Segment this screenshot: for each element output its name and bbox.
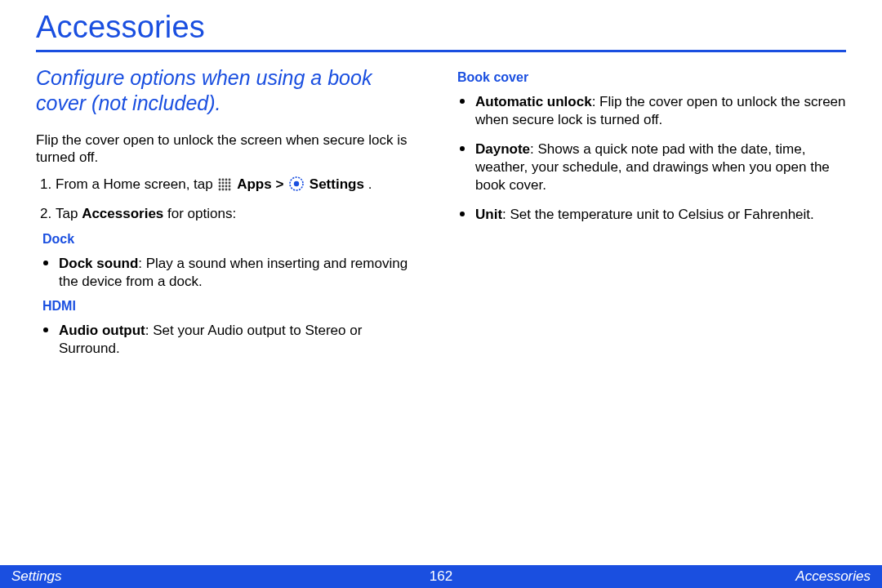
svg-point-17 bbox=[294, 181, 299, 186]
step-1: From a Home screen, tap Apps > bbox=[56, 176, 425, 197]
step-1-prefix: From a Home screen, tap bbox=[56, 176, 216, 192]
hdmi-heading: HDMI bbox=[42, 299, 425, 314]
bookcover-list: Automatic unlock: Flip the cover open to… bbox=[457, 90, 846, 225]
step-2: Tap Accessories for options: bbox=[56, 205, 425, 224]
svg-point-5 bbox=[222, 182, 225, 185]
hdmi-list: Audio output: Set your Audio output to S… bbox=[36, 318, 425, 358]
bookcover-heading: Book cover bbox=[457, 70, 846, 85]
lead-paragraph: Flip the cover open to unlock the screen… bbox=[36, 131, 425, 167]
step-2-bold: Accessories bbox=[82, 206, 163, 221]
svg-point-9 bbox=[222, 185, 225, 188]
footer-right: Accessories bbox=[795, 568, 871, 585]
svg-point-1 bbox=[222, 179, 225, 181]
svg-point-10 bbox=[225, 185, 228, 188]
svg-point-6 bbox=[225, 182, 228, 185]
unit-text: : Set the temperature unit to Celsius or… bbox=[502, 207, 814, 222]
step-2-prefix: Tap bbox=[56, 206, 82, 221]
apps-grid-icon bbox=[218, 178, 231, 197]
svg-point-2 bbox=[225, 179, 228, 181]
unit-label: Unit bbox=[475, 207, 502, 222]
svg-point-4 bbox=[219, 182, 221, 185]
columns: Configure options when using a book cove… bbox=[36, 65, 846, 366]
dock-sound-item: Dock sound: Play a sound when inserting … bbox=[59, 252, 425, 291]
svg-point-11 bbox=[229, 185, 231, 188]
page-title: Accessories bbox=[36, 10, 846, 45]
footer-page-number: 162 bbox=[430, 568, 452, 585]
audio-output-label: Audio output bbox=[59, 323, 145, 338]
audio-output-item: Audio output: Set your Audio output to S… bbox=[59, 318, 425, 358]
step-1-apps: Apps bbox=[237, 176, 272, 192]
svg-point-13 bbox=[222, 189, 225, 191]
title-rule bbox=[36, 50, 846, 52]
dock-list: Dock sound: Play a sound when inserting … bbox=[36, 252, 425, 291]
svg-point-8 bbox=[219, 185, 221, 188]
svg-point-14 bbox=[225, 189, 228, 191]
automatic-unlock-item: Automatic unlock: Flip the cover open to… bbox=[475, 90, 846, 129]
dock-heading: Dock bbox=[42, 232, 425, 247]
svg-point-0 bbox=[219, 179, 221, 181]
step-1-settings: Settings bbox=[310, 176, 364, 192]
left-column: Configure options when using a book cove… bbox=[36, 65, 425, 366]
settings-gear-icon bbox=[289, 176, 304, 197]
automatic-unlock-label: Automatic unlock bbox=[475, 94, 592, 109]
step-2-suffix: for options: bbox=[163, 206, 236, 221]
step-1-suffix: . bbox=[368, 176, 372, 192]
svg-point-15 bbox=[229, 189, 231, 191]
dock-sound-label: Dock sound bbox=[59, 256, 138, 271]
daynote-label: Daynote bbox=[475, 141, 530, 157]
steps-list: From a Home screen, tap Apps > bbox=[36, 176, 425, 224]
unit-item: Unit: Set the temperature unit to Celsiu… bbox=[475, 203, 846, 224]
page: Accessories Configure options when using… bbox=[0, 0, 882, 588]
page-footer: Settings 162 Accessories bbox=[0, 565, 882, 588]
svg-point-3 bbox=[229, 179, 231, 181]
svg-point-7 bbox=[229, 182, 231, 185]
daynote-item: Daynote: Shows a quick note pad with the… bbox=[475, 137, 846, 194]
footer-left: Settings bbox=[11, 568, 61, 585]
step-1-gt: > bbox=[275, 176, 287, 192]
right-column: Book cover Automatic unlock: Flip the co… bbox=[457, 65, 846, 366]
page-subtitle: Configure options when using a book cove… bbox=[36, 65, 425, 117]
svg-point-12 bbox=[219, 189, 221, 191]
